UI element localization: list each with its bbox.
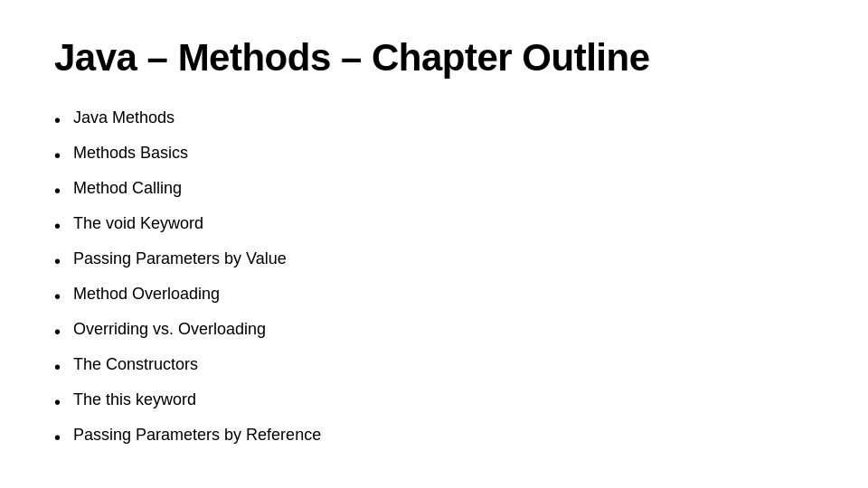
bullet-item-passing-by-value: Passing Parameters by Value (54, 246, 814, 276)
bullet-item-java-methods: Java Methods (54, 105, 814, 135)
bullet-text-passing-by-reference: Passing Parameters by Reference (73, 422, 321, 448)
bullet-text-constructors: The Constructors (73, 352, 198, 378)
bullet-text-void-keyword: The void Keyword (73, 211, 203, 237)
bullet-item-overriding-vs-overloading: Overriding vs. Overloading (54, 316, 814, 346)
bullet-item-passing-by-reference: Passing Parameters by Reference (54, 422, 814, 452)
bullet-item-method-overloading: Method Overloading (54, 281, 814, 311)
bullet-item-methods-basics: Methods Basics (54, 140, 814, 170)
slide-title: Java – Methods – Chapter Outline (54, 36, 814, 80)
bullet-text-method-calling: Method Calling (73, 175, 182, 202)
bullet-item-constructors: The Constructors (54, 352, 814, 381)
bullet-text-overriding-vs-overloading: Overriding vs. Overloading (73, 316, 266, 343)
bullet-text-java-methods: Java Methods (73, 105, 175, 131)
bullet-item-void-keyword: The void Keyword (54, 211, 814, 240)
bullet-text-this-keyword: The this keyword (73, 387, 196, 413)
slide: Java – Methods – Chapter Outline Java Me… (0, 0, 868, 488)
bullet-text-methods-basics: Methods Basics (73, 140, 188, 166)
bullet-item-method-calling: Method Calling (54, 175, 814, 205)
bullet-item-this-keyword: The this keyword (54, 387, 814, 417)
bullet-list: Java MethodsMethods BasicsMethod Calling… (54, 105, 814, 457)
bullet-text-method-overloading: Method Overloading (73, 281, 220, 307)
bullet-text-passing-by-value: Passing Parameters by Value (73, 246, 287, 272)
